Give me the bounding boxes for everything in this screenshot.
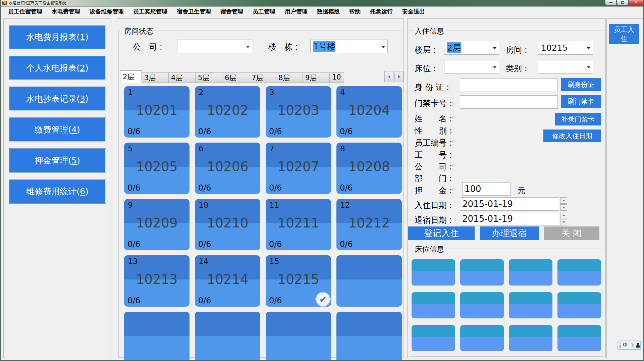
drag-handle-icon[interactable]	[620, 343, 621, 348]
menu-item[interactable]: 托盘运行	[365, 8, 397, 15]
floor-tab[interactable]: 7层	[249, 72, 276, 83]
room-tile[interactable]: 4102040/6	[336, 86, 402, 138]
floor-tab[interactable]: 8层	[276, 72, 303, 83]
category-select[interactable]	[538, 60, 593, 74]
tab-scroll-left-button[interactable]	[384, 71, 393, 82]
floor-tab[interactable]: 6层	[222, 72, 249, 83]
room-number: 10213	[124, 272, 190, 287]
ime-person-icon[interactable]	[636, 343, 639, 348]
deposit-input[interactable]	[462, 182, 511, 196]
bed-tile[interactable]	[460, 259, 504, 286]
menu-item[interactable]: 帮助	[344, 8, 365, 15]
sidebar-button[interactable]: 水电抄表记录(3)	[9, 87, 106, 111]
sidebar-button[interactable]: 缴费管理(4)	[9, 117, 106, 142]
room-tile[interactable]: 2102020/6	[195, 86, 260, 138]
spin-down-button[interactable]	[560, 219, 567, 225]
supplement-card-button[interactable]: 补录门禁卡	[555, 113, 601, 125]
room-tile[interactable]: 15102150/6✔	[266, 255, 331, 307]
sidebar-button-group: 水电费月报表(1)个人水电报表(2)水电抄表记录(3)缴费管理(4)押金管理(5…	[9, 25, 106, 204]
bed-tile[interactable]	[557, 292, 601, 318]
checkout-button[interactable]: 办理退宿	[480, 226, 539, 240]
bed-tile[interactable]	[557, 325, 601, 351]
checkout-date-input[interactable]: 2015-01-19	[460, 212, 559, 225]
bed-tile[interactable]	[412, 325, 455, 351]
id-card-input[interactable]	[460, 79, 558, 92]
bed-tile[interactable]	[509, 325, 552, 351]
modify-checkin-date-button[interactable]: 修改入住日期	[543, 130, 601, 142]
room-tile[interactable]: 12102120/6	[336, 199, 402, 250]
room-tile[interactable]	[336, 255, 402, 307]
maximize-button[interactable]	[617, 0, 628, 5]
chevron-down-icon	[493, 66, 496, 68]
room-tile[interactable]	[336, 312, 402, 361]
company-select[interactable]	[177, 40, 252, 53]
menu-item[interactable]: 宿舍管理	[216, 8, 248, 15]
room-tile[interactable]: 14102140/6	[195, 255, 260, 307]
ime-bar[interactable]: 中 ☽	[618, 341, 641, 350]
room-tile[interactable]: 13102130/6	[124, 255, 190, 307]
room-tile[interactable]	[195, 312, 260, 361]
sidebar-button[interactable]: 维修费用统计(6)	[9, 179, 106, 204]
room-occupancy: 0/6	[127, 127, 141, 136]
room-tile[interactable]: 11102110/6	[266, 199, 331, 250]
half-width-moon-icon[interactable]: ☽	[630, 343, 634, 348]
register-checkin-button[interactable]: 登记入住	[408, 226, 475, 240]
scan-door-card-button[interactable]: 刷门禁卡	[561, 95, 601, 108]
bed-tile[interactable]	[557, 259, 601, 286]
room-tile[interactable]: 10102100/6	[195, 199, 260, 250]
room-tile[interactable]: 8102080/6	[336, 143, 402, 194]
spin-up-button[interactable]	[560, 197, 567, 204]
floor-tab[interactable]: 5层	[195, 72, 222, 83]
bed-tile[interactable]	[460, 292, 504, 318]
room-tile[interactable]: 3102030/6	[266, 86, 331, 138]
menu-item[interactable]: 设备维修管理	[85, 8, 128, 15]
floor-tab[interactable]: 10	[329, 72, 344, 83]
employee-checkin-button[interactable]: 员工入住	[609, 24, 639, 44]
menu-item[interactable]: 宿舍卫生管理	[172, 8, 216, 15]
room-index: 11	[269, 201, 279, 209]
room-tile[interactable]: 5102050/6	[124, 143, 190, 194]
menu-item[interactable]: 用户管理	[280, 8, 312, 15]
close-button[interactable]: ✕	[629, 0, 644, 5]
tab-scroll-right-button[interactable]	[394, 71, 404, 82]
room-select[interactable]: 10215	[538, 41, 593, 55]
bed-tile[interactable]	[509, 259, 552, 286]
bed-tile[interactable]	[509, 292, 552, 318]
building-select[interactable]: 1号楼	[310, 40, 388, 53]
menu-item[interactable]: 安全退出	[397, 8, 430, 15]
menu-item[interactable]: 员工奖惩管理	[128, 8, 172, 15]
room-number: 10207	[266, 159, 331, 174]
spin-up-button[interactable]	[560, 212, 567, 218]
bed-select[interactable]	[444, 60, 499, 74]
category-label: 类别 :	[506, 63, 527, 74]
menu-item[interactable]: 水电费管理	[47, 8, 85, 15]
bed-tile[interactable]	[460, 325, 504, 351]
sidebar-button[interactable]: 个人水电报表(2)	[9, 56, 106, 80]
floor-tab[interactable]: 9层	[303, 72, 330, 83]
room-tile[interactable]: 6102060/6	[195, 143, 260, 194]
room-tile[interactable]	[266, 312, 331, 361]
floor-tab[interactable]: 2层	[120, 70, 142, 83]
room-index: 1	[128, 88, 133, 97]
floor-select[interactable]: 2层	[444, 41, 499, 55]
minimize-button[interactable]	[605, 0, 616, 5]
menu-item[interactable]: 数据模版	[312, 8, 344, 15]
bed-tile[interactable]	[412, 292, 455, 318]
menu-item[interactable]: 员工住宿管理	[3, 8, 47, 15]
ime-language-indicator[interactable]: 中	[623, 342, 628, 348]
room-tile[interactable]: 1102010/6	[124, 86, 190, 138]
checkin-date-input[interactable]: 2015-01-19	[460, 197, 559, 211]
floor-tab[interactable]: 4层	[168, 72, 196, 83]
scan-id-button[interactable]: 刷身份证	[561, 78, 601, 91]
sidebar-button[interactable]: 押金管理(5)	[9, 148, 106, 173]
menu-item[interactable]: 员工管理	[248, 8, 280, 15]
room-tile[interactable]: 7102070/6	[266, 143, 331, 194]
door-card-input[interactable]	[460, 95, 558, 109]
bed-tile[interactable]	[412, 259, 455, 286]
room-tile[interactable]: 9102090/6	[124, 199, 190, 250]
floor-tab[interactable]: 3层	[142, 72, 169, 83]
spin-down-button[interactable]	[560, 204, 567, 211]
sidebar-button[interactable]: 水电费月报表(1)	[9, 25, 106, 49]
room-tile[interactable]	[124, 312, 190, 361]
close-panel-button[interactable]: 关 闭	[544, 226, 599, 240]
